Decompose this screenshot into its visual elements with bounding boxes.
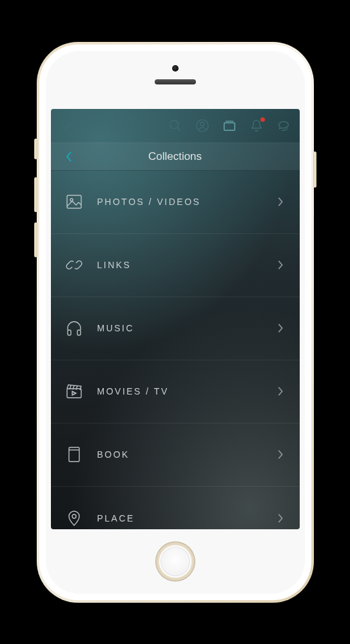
- row-label: LINKS: [97, 260, 277, 270]
- row-label: MOVIES / TV: [97, 386, 277, 396]
- chevron-right-icon: [277, 323, 284, 333]
- svg-rect-9: [77, 330, 81, 335]
- headphones-icon: [65, 319, 83, 337]
- row-links[interactable]: LINKS: [51, 234, 300, 297]
- app-logo-text: ERO: [72, 120, 101, 131]
- row-label: PHOTOS / VIDEOS: [97, 197, 277, 207]
- chat-icon[interactable]: [277, 119, 291, 133]
- svg-line-1: [177, 128, 180, 131]
- collections-list: PHOTOS / VIDEOS LINKS: [51, 171, 300, 529]
- svg-rect-4: [224, 122, 235, 130]
- front-camera: [172, 65, 179, 72]
- chevron-right-icon: [277, 386, 284, 396]
- app-logo[interactable]: ERO: [60, 120, 155, 131]
- phone-top-bezel: [46, 51, 305, 109]
- earpiece-speaker: [155, 79, 196, 84]
- row-label: BOOK: [97, 449, 277, 460]
- mute-switch: [34, 139, 37, 159]
- row-photos-videos[interactable]: PHOTOS / VIDEOS: [51, 171, 300, 234]
- book-icon: [65, 445, 83, 463]
- profile-icon[interactable]: [195, 119, 209, 133]
- phone-bottom-bezel: [46, 529, 305, 594]
- collections-icon[interactable]: [222, 119, 237, 133]
- notification-badge: [260, 117, 265, 122]
- search-icon[interactable]: [168, 119, 182, 133]
- row-label: PLACE: [97, 513, 277, 523]
- svg-point-18: [72, 514, 76, 518]
- location-pin-icon: [65, 509, 83, 527]
- phone-device-frame: ERO: [37, 42, 314, 603]
- row-label: MUSIC: [97, 323, 277, 333]
- svg-point-3: [200, 122, 204, 126]
- top-nav-bar: ERO: [51, 109, 300, 142]
- home-button[interactable]: [155, 542, 195, 581]
- page-title: Collections: [51, 150, 300, 163]
- row-movies-tv[interactable]: MOVIES / TV: [51, 360, 300, 424]
- chevron-right-icon: [277, 513, 284, 523]
- row-place[interactable]: PLACE: [51, 487, 300, 529]
- chevron-right-icon: [277, 449, 284, 460]
- power-button: [313, 151, 316, 188]
- svg-point-0: [170, 120, 178, 128]
- volume-up-button: [34, 177, 37, 212]
- link-icon: [65, 256, 83, 274]
- chevron-right-icon: [277, 197, 284, 207]
- svg-rect-16: [69, 447, 79, 462]
- volume-down-button: [34, 222, 37, 257]
- back-button[interactable]: [56, 143, 82, 170]
- row-music[interactable]: MUSIC: [51, 297, 300, 360]
- svg-rect-6: [67, 195, 81, 208]
- svg-point-7: [70, 199, 73, 201]
- app-screen: ERO: [51, 109, 300, 529]
- title-bar: Collections: [51, 142, 300, 171]
- svg-rect-8: [68, 330, 71, 335]
- notifications-icon[interactable]: [249, 119, 264, 133]
- clapperboard-icon: [65, 382, 83, 400]
- row-book[interactable]: BOOK: [51, 424, 300, 487]
- chevron-right-icon: [277, 260, 284, 270]
- photo-icon: [65, 193, 83, 211]
